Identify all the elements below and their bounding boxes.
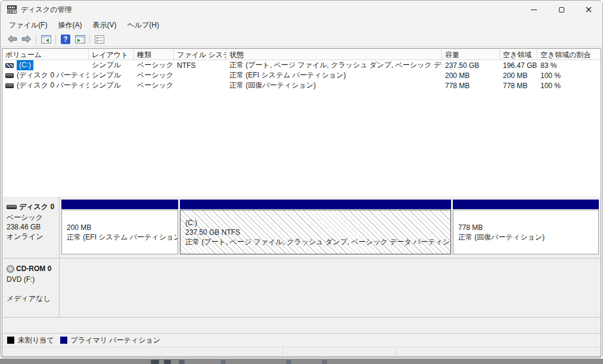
partition-size: 778 MB — [458, 223, 593, 232]
taskbar-icon-top — [179, 360, 185, 364]
volume-layout-cell: シンプル — [89, 80, 134, 91]
volume-icon — [5, 83, 14, 88]
volume-layout-cell: シンプル — [89, 60, 134, 70]
column-header-volume[interactable]: ボリューム — [2, 49, 89, 60]
cd-rom-icon — [7, 265, 14, 273]
partition-recovery[interactable]: 778 MB 正常 (回復パーティション) — [453, 200, 599, 254]
toolbar-separator — [89, 35, 90, 44]
volume-name: (C:) — [17, 60, 33, 70]
volume-capacity-cell: 237.50 GB — [442, 60, 500, 70]
volume-name-cell: (C:) — [2, 60, 89, 70]
column-header-type[interactable]: 種類 — [134, 49, 174, 60]
partition-name: (C:) — [185, 218, 446, 228]
cdrom-drive-letter: DVD (F:) — [7, 275, 57, 284]
volume-name-cell: (ディスク 0 パーティション 1) — [2, 70, 89, 80]
disk0-status: オンライン — [7, 232, 57, 241]
partition-size: 200 MB — [67, 223, 173, 232]
taskbar-icon-top — [151, 360, 159, 364]
unallocated-swatch — [7, 337, 14, 344]
title-bar: ディスクの管理 × — [1, 1, 602, 18]
disk-management-window: ディスクの管理 × ファイル(F) 操作(A) 表示(V) ヘルプ(H) — [0, 0, 603, 358]
menu-action[interactable]: 操作(A) — [52, 18, 87, 32]
close-button[interactable]: × — [575, 1, 602, 18]
console-tree-button[interactable] — [39, 33, 53, 46]
disk0-row: ディスク 0 ベーシック 238.46 GB オンライン 200 MB 正常 (… — [2, 197, 601, 259]
column-header-layout[interactable]: レイアウト — [89, 49, 134, 60]
taskbar-icon-top — [286, 360, 291, 364]
partition-size: 237.50 GB NTFS — [185, 228, 446, 237]
status-bar — [2, 347, 601, 356]
volume-capacity-cell: 200 MB — [442, 70, 500, 80]
volume-freepct-cell: 83 % — [537, 60, 598, 70]
partition-status: 正常 (EFI システム パーティション) — [67, 232, 173, 242]
help-icon: ? — [61, 35, 70, 44]
legend-bar: 未割り当て プライマリ パーティション — [2, 333, 601, 347]
status-bar-separator — [282, 349, 283, 355]
cdrom-name: CD-ROM 0 — [16, 264, 51, 273]
forward-arrow-icon — [21, 35, 32, 43]
close-icon: × — [585, 5, 592, 14]
primary-partition-swatch — [60, 337, 67, 344]
forward-button[interactable] — [19, 33, 33, 46]
volume-fs-cell — [174, 80, 226, 91]
cdrom-media-status: メディアなし — [7, 294, 57, 303]
status-bar-separator — [396, 349, 396, 355]
disk0-label-panel[interactable]: ディスク 0 ベーシック 238.46 GB オンライン — [2, 197, 60, 258]
toolbar-separator — [55, 35, 56, 44]
column-header-filesystem[interactable]: ファイル システム — [174, 49, 226, 60]
volume-layout-cell: シンプル — [89, 70, 134, 80]
taskbar-icon-top — [164, 360, 171, 364]
action-pane-button[interactable] — [73, 33, 87, 46]
maximize-button[interactable] — [548, 1, 575, 18]
help-button[interactable]: ? — [58, 33, 73, 46]
graph-pane-filler — [2, 318, 601, 333]
volume-name-cell: (ディスク 0 パーティション 4) — [2, 80, 89, 91]
menu-help[interactable]: ヘルプ(H) — [122, 18, 164, 32]
partition-efi[interactable]: 200 MB 正常 (EFI システム パーティション) — [61, 200, 178, 254]
column-header-freespace[interactable]: 空き領域 — [500, 49, 537, 60]
legend-unallocated: 未割り当て — [7, 335, 54, 346]
toolbar: ? — [1, 32, 602, 47]
properties-button[interactable] — [92, 33, 107, 46]
column-header-capacity[interactable]: 容量 — [442, 49, 500, 60]
column-header-status[interactable]: 状態 — [226, 49, 442, 60]
volume-type-cell: ベーシック — [134, 80, 174, 91]
console-tree-icon — [41, 35, 51, 43]
legend-primary-partition: プライマリ パーティション — [60, 335, 160, 346]
action-pane-icon — [75, 35, 85, 43]
partition-efi-body: 200 MB 正常 (EFI システム パーティション) — [61, 210, 178, 254]
legend-unallocated-label: 未割り当て — [18, 335, 54, 346]
volume-status-cell: 正常 (EFI システム パーティション) — [226, 70, 442, 80]
volume-fs-cell: NTFS — [174, 60, 226, 70]
column-header-freepct[interactable]: 空き領域の割合 — [537, 49, 598, 60]
volume-row-partition4[interactable]: (ディスク 0 パーティション 4) シンプル ベーシック 正常 (回復パーティ… — [2, 80, 601, 91]
window-title: ディスクの管理 — [21, 5, 72, 15]
volume-capacity-cell: 778 MB — [442, 80, 500, 91]
volume-row-partition1[interactable]: (ディスク 0 パーティション 1) シンプル ベーシック 正常 (EFI シス… — [2, 70, 601, 80]
volume-icon — [5, 63, 14, 68]
volume-fs-cell — [174, 70, 226, 80]
menu-file[interactable]: ファイル(F) — [4, 18, 52, 32]
taskbar-icon-top — [220, 360, 226, 364]
minimize-button[interactable] — [520, 1, 548, 18]
volume-row-c[interactable]: (C:) シンプル ベーシック NTFS 正常 (ブート, ページ ファイル, … — [2, 60, 601, 70]
volume-list-header: ボリューム レイアウト 種類 ファイル システム 状態 容量 空き領域 空き領域… — [2, 49, 601, 60]
taskbar-strip — [0, 359, 603, 364]
cdrom-graph-area — [60, 259, 601, 317]
volume-status-cell: 正常 (ブート, ページ ファイル, クラッシュ ダンプ, ベーシック データ … — [226, 60, 442, 70]
partition-status: 正常 (ブート, ページ ファイル, クラッシュ ダンプ, ベーシック データ … — [185, 237, 446, 247]
partition-c[interactable]: (C:) 237.50 GB NTFS 正常 (ブート, ページ ファイル, ク… — [180, 200, 451, 254]
volume-name: (ディスク 0 パーティション 4) — [17, 80, 89, 91]
disk0-type: ベーシック — [7, 213, 57, 222]
volume-free-cell: 778 MB — [500, 80, 537, 91]
cdrom-row: CD-ROM 0 DVD (F:) メディアなし — [2, 259, 601, 318]
cdrom-label-panel[interactable]: CD-ROM 0 DVD (F:) メディアなし — [2, 259, 60, 317]
back-button[interactable] — [5, 33, 19, 46]
minimize-icon — [531, 10, 537, 10]
volume-type-cell: ベーシック — [134, 70, 174, 80]
disk-drive-icon — [7, 205, 17, 209]
volume-icon — [5, 73, 14, 78]
menu-view[interactable]: 表示(V) — [87, 18, 122, 32]
volume-free-cell: 196.47 GB — [500, 60, 537, 70]
legend-primary-label: プライマリ パーティション — [71, 335, 160, 346]
